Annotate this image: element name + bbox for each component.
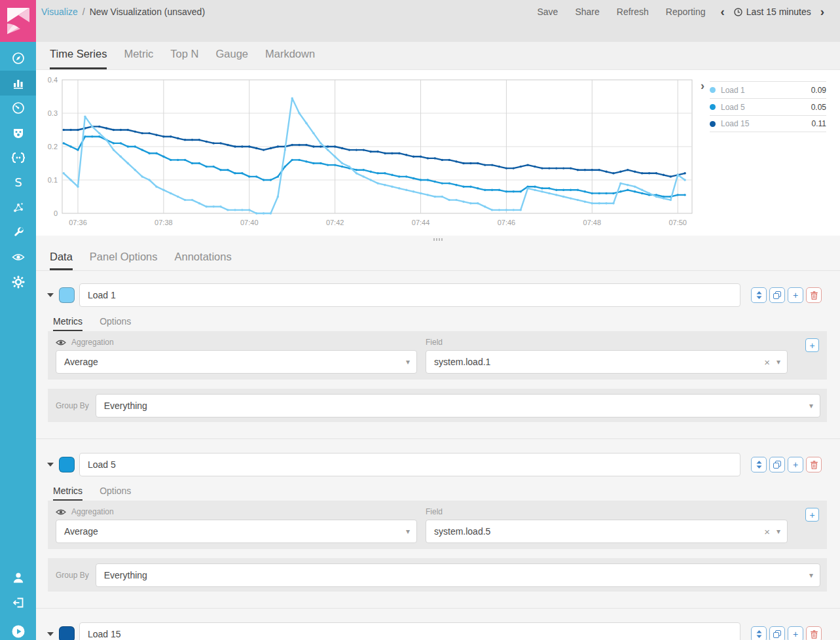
series-actions: + bbox=[751, 287, 822, 303]
series-sort-button[interactable] bbox=[751, 287, 767, 303]
series-sort-button[interactable] bbox=[751, 457, 767, 472]
chart-legend: Load 1 0.09 Load 5 0.05 Load 15 0.11 bbox=[710, 81, 826, 132]
reporting-button[interactable]: Reporting bbox=[657, 7, 714, 17]
time-range-forward-button[interactable]: › bbox=[814, 7, 831, 17]
breadcrumb-separator: / bbox=[82, 7, 85, 17]
series-delete-button[interactable] bbox=[806, 287, 822, 303]
tab-gauge[interactable]: Gauge bbox=[215, 42, 248, 69]
sidebar-item-timelion[interactable] bbox=[0, 120, 36, 145]
add-metric-button[interactable]: + bbox=[805, 338, 819, 352]
sort-arrows-icon bbox=[756, 461, 762, 469]
legend-toggle-button[interactable]: › bbox=[701, 80, 704, 92]
save-button[interactable]: Save bbox=[528, 7, 566, 17]
field-select[interactable]: system.load.1 × ▾ bbox=[426, 350, 788, 374]
series-sort-button[interactable] bbox=[751, 626, 767, 640]
svg-text:07:40: 07:40 bbox=[240, 219, 259, 226]
tab-top-n[interactable]: Top N bbox=[170, 42, 198, 69]
tab-time-series[interactable]: Time Series bbox=[50, 42, 107, 69]
add-metric-button[interactable]: + bbox=[805, 508, 819, 522]
series-collapse-caret[interactable] bbox=[47, 632, 54, 636]
kibana-logo[interactable] bbox=[0, 0, 36, 42]
series-color-swatch[interactable] bbox=[59, 626, 75, 640]
series-clone-button[interactable] bbox=[769, 287, 785, 303]
svg-text:07:48: 07:48 bbox=[583, 219, 602, 226]
series-add-button[interactable]: + bbox=[788, 287, 803, 303]
sidebar-item-management[interactable] bbox=[0, 270, 36, 294]
svg-text:07:46: 07:46 bbox=[498, 219, 516, 226]
tab-metric[interactable]: Metric bbox=[124, 42, 153, 69]
legend-item-load-1[interactable]: Load 1 0.09 bbox=[710, 81, 826, 98]
sidebar-item-account[interactable] bbox=[0, 565, 36, 590]
aggregation-select[interactable]: Average ▾ bbox=[56, 350, 417, 374]
sidebar-item-discover[interactable] bbox=[0, 46, 36, 71]
series-delete-button[interactable] bbox=[806, 626, 822, 640]
panel-resize-handle[interactable] bbox=[36, 236, 840, 243]
sidebar-item-dev-tools[interactable] bbox=[0, 220, 36, 245]
breadcrumb-visualize-link[interactable]: Visualize bbox=[41, 7, 78, 17]
chevron-down-icon: ▾ bbox=[406, 357, 410, 366]
eye-icon bbox=[56, 508, 66, 516]
series-clone-button[interactable] bbox=[769, 626, 785, 640]
sidebar-item-monitoring[interactable] bbox=[0, 245, 36, 270]
sidebar-item-s-plugin[interactable]: S bbox=[0, 170, 36, 195]
legend-item-load-5[interactable]: Load 5 0.05 bbox=[710, 98, 826, 115]
tab-panel-options[interactable]: Panel Options bbox=[90, 251, 158, 270]
tab-markdown[interactable]: Markdown bbox=[265, 42, 315, 69]
series-label-input[interactable] bbox=[79, 622, 740, 640]
legend-item-load-15[interactable]: Load 15 0.11 bbox=[710, 115, 826, 132]
refresh-button[interactable]: Refresh bbox=[608, 7, 657, 17]
series-actions: + bbox=[751, 457, 822, 472]
aggregation-select[interactable]: Average ▾ bbox=[56, 520, 417, 543]
clone-icon bbox=[773, 291, 781, 299]
series-color-swatch[interactable] bbox=[59, 287, 75, 303]
tab-options[interactable]: Options bbox=[100, 316, 131, 331]
series-clone-button[interactable] bbox=[769, 457, 785, 472]
svg-text:S: S bbox=[14, 175, 22, 189]
series-block-load-1: + Metrics Options Aggregation bbox=[36, 271, 840, 422]
time-series-chart[interactable]: 00.10.20.30.407:3607:3807:4007:4207:4407… bbox=[41, 73, 738, 234]
series-delete-button[interactable] bbox=[806, 457, 822, 472]
group-by-row: Group By Everything ▾ bbox=[48, 389, 827, 422]
plus-icon: + bbox=[793, 291, 798, 300]
sidebar-item-dashboard[interactable] bbox=[0, 96, 36, 120]
svg-text:07:42: 07:42 bbox=[326, 219, 344, 226]
sidebar-item-graph[interactable] bbox=[0, 195, 36, 220]
clear-icon[interactable]: × bbox=[764, 357, 770, 368]
compass-icon bbox=[12, 52, 25, 65]
clear-icon[interactable]: × bbox=[764, 526, 770, 537]
time-range-back-button[interactable]: ‹ bbox=[714, 7, 731, 17]
sidebar-nav: S bbox=[0, 42, 36, 294]
sidebar-item-collapse[interactable] bbox=[0, 619, 36, 640]
wrench-icon bbox=[12, 226, 25, 239]
group-by-select[interactable]: Everything ▾ bbox=[96, 563, 820, 587]
series-actions: + bbox=[751, 626, 822, 640]
sidebar-item-dev-app[interactable] bbox=[0, 145, 36, 170]
timepicker-button[interactable]: Last 15 minutes bbox=[731, 7, 814, 17]
tab-metrics[interactable]: Metrics bbox=[53, 316, 82, 331]
clone-icon bbox=[773, 630, 781, 638]
series-collapse-caret[interactable] bbox=[47, 293, 54, 297]
series-color-swatch[interactable] bbox=[59, 457, 75, 472]
share-button[interactable]: Share bbox=[566, 7, 608, 17]
field-label: Field bbox=[426, 338, 443, 347]
svg-text:07:44: 07:44 bbox=[412, 219, 430, 226]
series-label-input[interactable] bbox=[79, 283, 740, 307]
svg-text:0.4: 0.4 bbox=[48, 76, 58, 84]
chevron-down-icon: ▾ bbox=[776, 527, 780, 536]
series-add-button[interactable]: + bbox=[788, 626, 803, 640]
breadcrumb-current: New Visualization (unsaved) bbox=[90, 7, 205, 17]
field-select[interactable]: system.load.5 × ▾ bbox=[426, 520, 788, 543]
tab-metrics[interactable]: Metrics bbox=[53, 486, 82, 501]
sidebar-item-visualize[interactable] bbox=[0, 71, 36, 96]
group-by-select[interactable]: Everything ▾ bbox=[96, 394, 820, 418]
tab-data[interactable]: Data bbox=[50, 251, 73, 270]
main-area: Visualize / New Visualization (unsaved) … bbox=[36, 0, 840, 640]
series-block-load-5: + Metrics Options Aggregation bbox=[36, 438, 840, 592]
tab-options[interactable]: Options bbox=[100, 486, 131, 501]
chevron-down-icon: ▾ bbox=[776, 357, 780, 366]
tab-annotations[interactable]: Annotations bbox=[175, 251, 232, 270]
sidebar-item-logout[interactable] bbox=[0, 590, 36, 615]
series-collapse-caret[interactable] bbox=[47, 463, 54, 467]
series-label-input[interactable] bbox=[79, 453, 740, 476]
series-add-button[interactable]: + bbox=[788, 457, 803, 472]
